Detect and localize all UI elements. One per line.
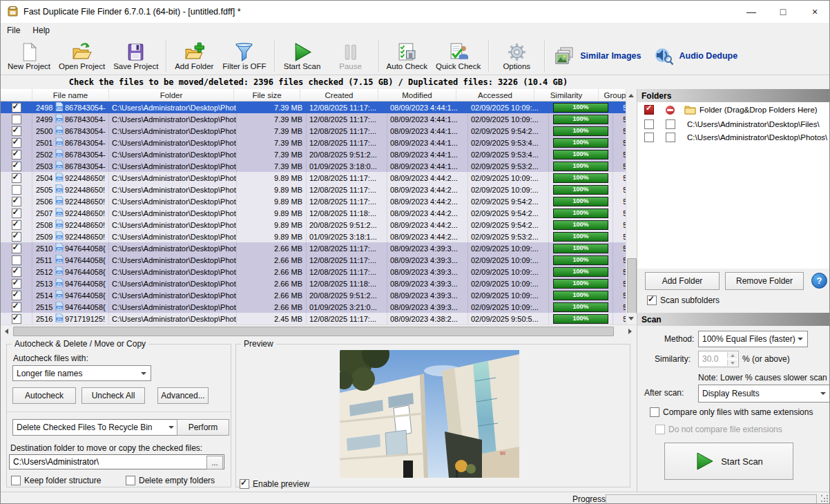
row-checkbox[interactable] — [12, 150, 21, 159]
destination-input[interactable]: C:\Users\Administrator\ ... — [9, 454, 224, 469]
row-checkbox[interactable] — [12, 267, 21, 277]
column-header-checkbox[interactable] — [1, 89, 32, 101]
row-checkbox[interactable] — [12, 185, 21, 195]
same-extensions-checkbox-box[interactable] — [650, 407, 659, 417]
folder-exclude-checkbox[interactable] — [666, 119, 675, 129]
table-row[interactable]: 2513JPG947644058{C:\Users\Administrator\… — [1, 278, 626, 289]
table-row[interactable]: 2502JPG867843054-C:\Users\Administrator\… — [1, 148, 626, 160]
add-folder-button[interactable]: Add Folder — [645, 272, 720, 290]
column-header-created[interactable]: Created — [300, 89, 378, 101]
column-header-similarity[interactable]: Similarity — [534, 89, 599, 101]
row-checkbox[interactable] — [12, 220, 21, 230]
row-checkbox[interactable] — [12, 138, 21, 148]
autocheck-with-dropdown[interactable]: Longer file names — [12, 365, 151, 381]
menu-item-file[interactable]: File — [1, 24, 26, 37]
scan-subfolders-checkbox-box[interactable] — [647, 295, 657, 305]
table-row[interactable]: 2511JPG947644058{C:\Users\Administrator\… — [1, 254, 626, 266]
same-extensions-checkbox[interactable]: Compare only files with same extensions — [650, 407, 813, 417]
start-scan-button[interactable]: Start Scan — [664, 443, 793, 480]
column-header-accessed[interactable]: Accessed — [456, 89, 534, 101]
keep-structure-checkbox[interactable]: Keep folder structure — [11, 476, 101, 485]
scroll-left-icon[interactable] — [1, 326, 12, 336]
exclude-icon[interactable] — [666, 106, 675, 115]
folder-include-checkbox[interactable] — [644, 133, 654, 142]
help-button[interactable]: ? — [811, 273, 827, 289]
delete-empty-checkbox-box[interactable] — [126, 476, 135, 485]
vertical-scroll-thumb[interactable] — [627, 258, 637, 313]
row-checkbox[interactable] — [12, 255, 21, 265]
row-checkbox[interactable] — [12, 162, 21, 171]
spin-down-icon[interactable] — [727, 360, 737, 366]
uncheck-all-button[interactable]: Uncheck All — [81, 387, 145, 404]
row-checkbox[interactable] — [12, 115, 21, 124]
horizontal-scrollbar[interactable] — [1, 324, 636, 336]
folder-list-item[interactable]: C:\Users\Administrator\Desktop\Files\ — [637, 117, 830, 130]
row-checkbox[interactable] — [12, 314, 21, 324]
scroll-right-icon[interactable] — [624, 326, 636, 336]
table-row[interactable]: 2507JPG922448650!C:\Users\Administrator\… — [1, 207, 626, 219]
column-header-modified[interactable]: Modified — [378, 89, 456, 101]
keep-structure-checkbox-box[interactable] — [11, 476, 21, 485]
folder-include-checkbox[interactable] — [644, 119, 654, 129]
table-row[interactable]: 2499JPG867843054-C:\Users\Administrator\… — [1, 113, 626, 125]
minimize-button[interactable]: — — [735, 1, 767, 23]
folder-list-item[interactable]: C:\Users\Administrator\Desktop\Photos\ — [637, 130, 830, 144]
quick-check-button[interactable]: Quick Check — [432, 38, 485, 74]
row-checkbox[interactable] — [12, 126, 21, 136]
table-row[interactable]: 2500JPG867843054-C:\Users\Administrator\… — [1, 125, 626, 137]
table-row[interactable]: 2503JPG867843054-C:\Users\Administrator\… — [1, 160, 626, 172]
row-checkbox[interactable] — [12, 244, 21, 253]
similarity-spinner[interactable]: 30.0 — [698, 351, 739, 367]
table-row[interactable]: 2510JPG947644058{C:\Users\Administrator\… — [1, 242, 626, 254]
table-row[interactable]: 2509JPG922448650!C:\Users\Administrator\… — [1, 231, 626, 242]
advanced-button[interactable]: Advanced... — [157, 387, 209, 404]
row-checkbox[interactable] — [12, 197, 21, 206]
autocheck-button[interactable]: Autocheck — [12, 387, 76, 404]
maximize-button[interactable]: □ — [767, 1, 799, 23]
table-row[interactable]: 2515JPG947644058{C:\Users\Administrator\… — [1, 301, 626, 313]
table-row[interactable]: 2512JPG947644058{C:\Users\Administrator\… — [1, 266, 626, 278]
action-dropdown[interactable]: Delete Checked Files To Recycle Bin — [12, 419, 179, 436]
auto-check-button[interactable]: Auto Check — [383, 38, 432, 74]
table-row[interactable]: 2504JPG922448650!C:\Users\Administrator\… — [1, 172, 626, 184]
table-row[interactable]: 2516JPG971719125!C:\Users\Administrator\… — [1, 313, 626, 324]
scan-subfolders-checkbox[interactable]: Scan subfolders — [647, 295, 720, 305]
options-button[interactable]: Options — [492, 38, 541, 74]
save-project-button[interactable]: Save Project — [109, 38, 162, 74]
table-row[interactable]: 2506JPG922448650!C:\Users\Administrator\… — [1, 195, 626, 207]
row-checkbox[interactable] — [12, 173, 21, 183]
include-all-checkbox-icon[interactable] — [644, 105, 654, 115]
row-checkbox[interactable] — [12, 302, 21, 312]
filter-button[interactable]: Filter is OFF — [218, 38, 270, 74]
new-project-button[interactable]: New Project — [3, 38, 55, 74]
open-project-button[interactable]: Open Project — [55, 38, 109, 74]
remove-folder-button[interactable]: Remove Folder — [725, 272, 804, 290]
after-scan-dropdown[interactable]: Display Results — [698, 385, 830, 403]
audio-dedupe-button[interactable]: Audio Dedupe — [647, 39, 744, 73]
table-row[interactable]: 2508JPG922448650!C:\Users\Administrator\… — [1, 219, 626, 231]
row-checkbox[interactable] — [12, 209, 21, 218]
start-scan-button[interactable]: Start Scan — [278, 38, 327, 74]
folder-exclude-checkbox[interactable] — [666, 133, 675, 142]
spin-up-icon[interactable] — [727, 352, 737, 358]
row-checkbox[interactable] — [12, 291, 21, 300]
horizontal-scroll-thumb[interactable] — [13, 327, 614, 336]
scroll-down-icon[interactable] — [626, 313, 636, 324]
column-header-folder[interactable]: Folder — [109, 89, 234, 101]
perform-button[interactable]: Perform — [177, 419, 229, 436]
enable-preview-checkbox[interactable]: Enable preview — [240, 479, 309, 489]
table-row[interactable]: 2501JPG867843054-C:\Users\Administrator\… — [1, 137, 626, 148]
vertical-scrollbar[interactable] — [626, 89, 636, 324]
close-button[interactable]: × — [799, 1, 830, 23]
similar-images-button[interactable]: Similar Images — [548, 39, 647, 73]
enable-preview-checkbox-box[interactable] — [240, 479, 249, 489]
delete-empty-checkbox[interactable]: Delete empty folders — [126, 476, 215, 485]
table-row[interactable]: 2505JPG922448650!C:\Users\Administrator\… — [1, 184, 626, 195]
table-row[interactable]: 2514JPG947644058{C:\Users\Administrator\… — [1, 289, 626, 301]
row-checkbox[interactable] — [12, 279, 21, 289]
column-header-file-size[interactable]: File size — [234, 89, 300, 101]
resize-grip-icon[interactable] — [821, 495, 829, 503]
row-checkbox[interactable] — [12, 103, 21, 113]
menu-item-help[interactable]: Help — [26, 24, 56, 37]
method-dropdown[interactable]: 100% Equal Files (faster) — [698, 331, 808, 347]
